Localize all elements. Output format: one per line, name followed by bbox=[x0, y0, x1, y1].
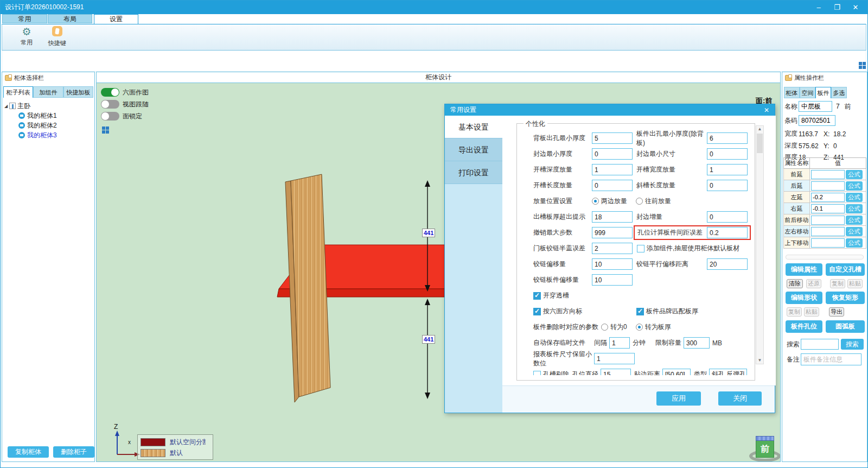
groove-width-allowance-input[interactable] bbox=[707, 164, 748, 175]
groove-length-allowance-input[interactable] bbox=[592, 180, 633, 191]
autosave-interval-input[interactable] bbox=[609, 337, 630, 349]
tab-space[interactable]: 空间 bbox=[800, 87, 815, 98]
restore-rectangle-button[interactable]: 恢复矩形 bbox=[826, 292, 865, 304]
front-extend-input[interactable] bbox=[811, 170, 845, 179]
tree-item-cabinet3-selected[interactable]: 我的柜体3 bbox=[4, 130, 92, 140]
hinge-board-offset-input[interactable] bbox=[592, 274, 633, 286]
radio-to-board-thickness[interactable] bbox=[636, 324, 643, 331]
hole-calc-gap-tolerance-input[interactable] bbox=[707, 227, 748, 238]
tab-cabinet[interactable]: 柜体 bbox=[784, 87, 800, 98]
maximize-button[interactable]: ❐ bbox=[829, 3, 845, 11]
edit-shape-button[interactable]: 编辑形状 bbox=[786, 292, 822, 304]
tab-quick-add-board[interactable]: 快捷加板 bbox=[63, 86, 93, 98]
minimize-button[interactable]: – bbox=[811, 3, 826, 11]
nav-export-settings[interactable]: 导出设置 bbox=[445, 138, 502, 161]
formula-button[interactable]: 公式 bbox=[846, 204, 863, 213]
tab-cabinet-list[interactable]: 柜子列表 bbox=[3, 86, 33, 98]
scrollbar-thumb[interactable] bbox=[757, 134, 763, 153]
formula-button[interactable]: 公式 bbox=[846, 227, 863, 236]
dialog-close-button[interactable]: 关闭 bbox=[718, 391, 762, 406]
custom-hole-slot-button[interactable]: 自定义孔槽 bbox=[826, 263, 865, 276]
toggle-off-switch[interactable] bbox=[101, 112, 119, 121]
tool-shortcut-keys[interactable]: 快捷键 bbox=[41, 26, 73, 47]
canvas-grid-icon[interactable] bbox=[102, 127, 109, 134]
tab-changyong[interactable]: 常用 bbox=[2, 14, 47, 23]
toggle-off-switch[interactable] bbox=[101, 100, 119, 109]
up-down-move-input[interactable] bbox=[811, 238, 845, 248]
slant-groove-length-allowance-input[interactable] bbox=[707, 180, 748, 191]
toggle-view-follow[interactable]: 视图跟随 bbox=[101, 99, 149, 109]
back-board-min-thickness-input[interactable] bbox=[592, 132, 633, 144]
edge-min-thickness-input[interactable] bbox=[592, 148, 633, 160]
formula-button[interactable]: 公式 bbox=[846, 216, 863, 225]
radio-forward[interactable] bbox=[636, 198, 643, 205]
toggle-face-lock[interactable]: 面锁定 bbox=[101, 111, 142, 121]
tree-item-cabinet1[interactable]: 我的柜体1 bbox=[4, 111, 92, 121]
board-name-input[interactable] bbox=[799, 101, 832, 112]
copy-button-2[interactable]: 复制 bbox=[787, 307, 802, 317]
groove-depth-allowance-input[interactable] bbox=[592, 164, 633, 175]
right-extend-input[interactable] bbox=[811, 204, 845, 213]
checkbox-through-groove[interactable] bbox=[533, 292, 541, 300]
note-input[interactable] bbox=[801, 353, 861, 365]
tree-item-cabinet2[interactable]: 我的柜体2 bbox=[4, 121, 92, 130]
copy-button-1[interactable]: 复制 bbox=[830, 279, 845, 288]
restore-button[interactable]: 还原 bbox=[806, 279, 821, 288]
scroll-up-icon[interactable]: ▲ bbox=[756, 126, 763, 132]
tab-buju[interactable]: 布局 bbox=[48, 14, 92, 23]
view-cube-front-face[interactable]: 前 bbox=[756, 441, 774, 458]
left-extend-input[interactable] bbox=[811, 193, 845, 202]
barcode-input[interactable] bbox=[799, 115, 835, 126]
formula-button[interactable]: 公式 bbox=[846, 238, 863, 248]
checkbox-brand-match-thickness[interactable] bbox=[636, 308, 644, 315]
toggle-six-face-drawing[interactable]: 六面作图 bbox=[101, 87, 149, 97]
nav-basic-settings[interactable]: 基本设置 bbox=[445, 116, 502, 138]
door-hinge-half-cover-input[interactable] bbox=[592, 243, 633, 254]
apply-button[interactable]: 应用 bbox=[656, 391, 701, 406]
back-extend-input[interactable] bbox=[811, 181, 845, 191]
radio-both-sides[interactable] bbox=[592, 198, 599, 205]
tab-shezhi[interactable]: 设置 bbox=[94, 14, 138, 24]
tab-board[interactable]: 板件 bbox=[815, 87, 831, 98]
edit-attributes-button[interactable]: 编辑属性 bbox=[786, 263, 822, 276]
formula-button[interactable]: 公式 bbox=[846, 170, 863, 179]
autosave-limit-input[interactable] bbox=[684, 337, 710, 349]
layout-grid-icon[interactable] bbox=[859, 62, 866, 69]
hole-type-input[interactable] bbox=[709, 369, 747, 375]
formula-button[interactable]: 公式 bbox=[846, 193, 863, 202]
formula-button[interactable]: 公式 bbox=[846, 181, 863, 191]
export-button[interactable]: 导出 bbox=[829, 307, 844, 317]
tab-add-component[interactable]: 加组件 bbox=[33, 86, 63, 98]
tab-multi-select[interactable]: 多选 bbox=[831, 87, 847, 98]
nav-print-settings[interactable]: 打印设置 bbox=[445, 161, 502, 184]
caret-expanded-icon[interactable]: ◢ bbox=[4, 104, 8, 109]
hinge-offset-input[interactable] bbox=[592, 258, 633, 270]
clear-button[interactable]: 清除 bbox=[787, 279, 803, 288]
copy-cabinet-button[interactable]: 复制柜体 bbox=[8, 446, 49, 458]
left-right-move-input[interactable] bbox=[811, 227, 845, 236]
delete-cabinet-button[interactable]: 删除柜子 bbox=[53, 446, 94, 458]
edge-increment-input[interactable] bbox=[707, 211, 748, 223]
paste-button-1[interactable]: 粘贴 bbox=[847, 279, 863, 288]
board-holes-button[interactable]: 板件孔位 bbox=[786, 320, 822, 333]
dialog-close-icon[interactable]: ✕ bbox=[764, 106, 769, 114]
tree-root-bedroom[interactable]: ◢ 主卧 bbox=[4, 101, 92, 111]
groove-thickness-warning-input[interactable] bbox=[592, 211, 633, 223]
paste-button-2[interactable]: 粘贴 bbox=[804, 307, 819, 317]
checkbox-six-face-direction[interactable] bbox=[533, 308, 541, 315]
search-input[interactable] bbox=[801, 339, 839, 350]
report-decimal-places-input[interactable] bbox=[594, 353, 635, 364]
checkbox-add-component-default-material[interactable] bbox=[637, 245, 644, 252]
checkbox-hole-filter[interactable] bbox=[533, 371, 541, 376]
radio-to-zero[interactable] bbox=[601, 324, 608, 331]
tool-common-settings[interactable]: ⚙ 常用 bbox=[11, 26, 42, 47]
front-back-move-input[interactable] bbox=[811, 216, 845, 225]
undo-max-steps-input[interactable] bbox=[592, 227, 633, 238]
hinge-parallel-offset-input[interactable] bbox=[707, 258, 748, 270]
arc-board-button[interactable]: 圆弧板 bbox=[826, 320, 865, 333]
search-button[interactable]: 搜索 bbox=[841, 339, 864, 350]
hole-diameter-input[interactable] bbox=[601, 369, 631, 375]
close-button[interactable]: ✕ bbox=[848, 3, 863, 11]
scroll-down-icon[interactable]: ▼ bbox=[756, 357, 763, 364]
edge-min-size-input[interactable] bbox=[707, 148, 748, 160]
